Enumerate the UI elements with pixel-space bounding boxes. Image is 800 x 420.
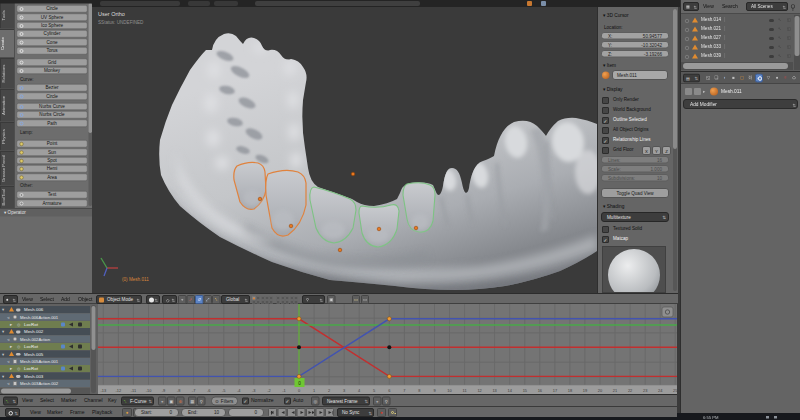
svg-text:15: 15 <box>523 388 527 393</box>
svg-text:-9: -9 <box>162 388 165 393</box>
svg-text:19: 19 <box>583 388 587 393</box>
svg-text:3: 3 <box>343 388 345 393</box>
svg-text:13: 13 <box>492 388 496 393</box>
svg-text:-3: -3 <box>252 388 255 393</box>
svg-text:18: 18 <box>568 388 572 393</box>
svg-text:1: 1 <box>313 388 315 393</box>
svg-text:-12: -12 <box>116 388 122 393</box>
svg-text:7: 7 <box>403 388 405 393</box>
svg-text:22: 22 <box>628 388 632 393</box>
svg-text:-13: -13 <box>100 388 106 393</box>
svg-text:6: 6 <box>388 388 390 393</box>
svg-text:-6: -6 <box>207 388 210 393</box>
svg-text:12: 12 <box>477 388 481 393</box>
svg-text:8: 8 <box>418 388 420 393</box>
svg-text:0: 0 <box>298 381 301 386</box>
svg-text:21: 21 <box>613 388 617 393</box>
svg-text:-2: -2 <box>267 388 270 393</box>
svg-text:-5: -5 <box>222 388 225 393</box>
svg-text:-7: -7 <box>192 388 195 393</box>
svg-text:5: 5 <box>373 388 375 393</box>
svg-text:-11: -11 <box>131 388 136 393</box>
svg-text:23: 23 <box>643 388 647 393</box>
svg-text:2: 2 <box>328 388 330 393</box>
svg-text:17: 17 <box>553 388 557 393</box>
svg-text:16: 16 <box>538 388 542 393</box>
svg-text:-8: -8 <box>177 388 180 393</box>
svg-text:-10: -10 <box>146 388 152 393</box>
svg-text:11: 11 <box>463 388 467 393</box>
svg-text:9: 9 <box>433 388 435 393</box>
svg-text:25: 25 <box>673 388 677 393</box>
svg-text:-1: -1 <box>282 388 285 393</box>
